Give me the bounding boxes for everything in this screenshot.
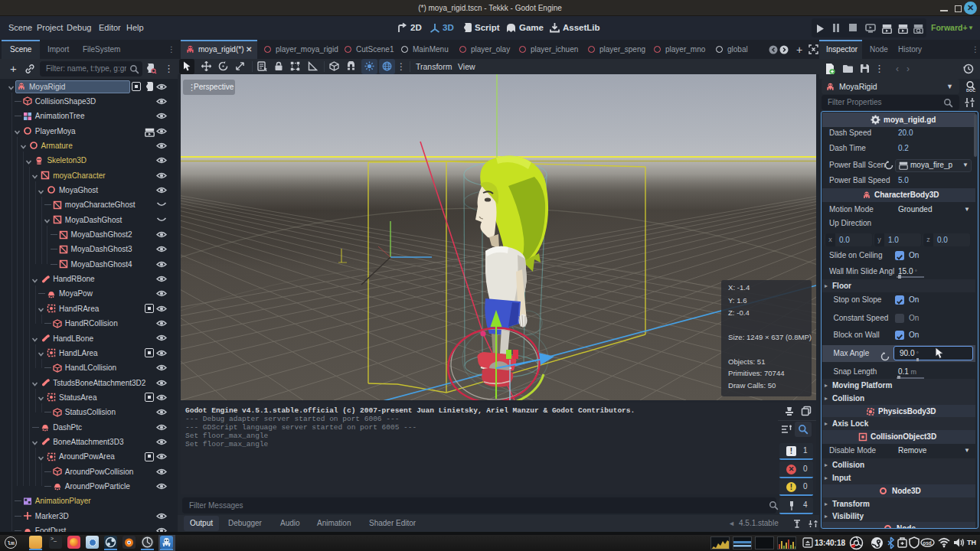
svg-text:Objects: 51: Objects: 51 [728,357,766,366]
svg-text:Primitives: 70744: Primitives: 70744 [728,369,785,377]
svg-text:Z: -0.4: Z: -0.4 [728,308,750,317]
svg-text:Draw Calls: 50: Draw Calls: 50 [728,381,776,390]
svg-text:X: -1.4: X: -1.4 [728,283,750,292]
svg-text:Y: 1.6: Y: 1.6 [728,296,747,305]
svg-text:Size: 1249 × 637 (0.8MP): Size: 1249 × 637 (0.8MP) [728,333,812,341]
svg-text:DOC: DOC [966,88,975,93]
svg-text:osd: osd [923,540,932,546]
